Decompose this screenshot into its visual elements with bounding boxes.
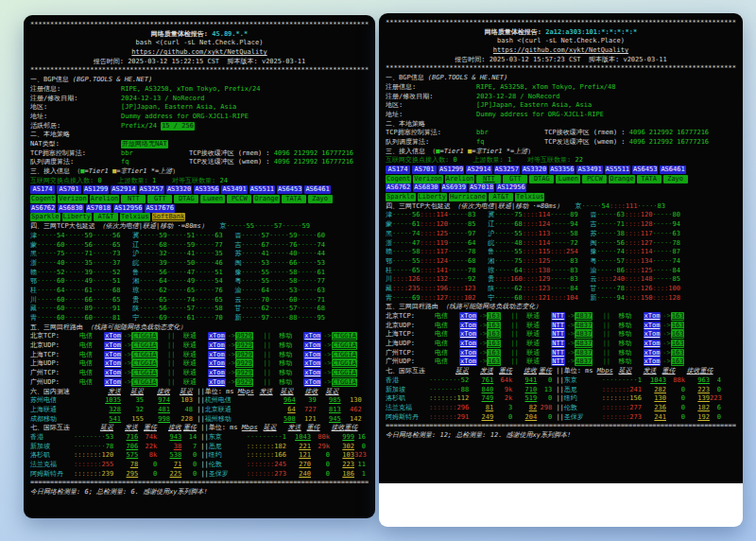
terminal-text: ·····: [65, 250, 85, 257]
terminal-text: 新: [578, 294, 597, 302]
terminal-text: ）: [527, 148, 534, 155]
right-terminal-window[interactable]: ****************************************…: [379, 13, 743, 527]
terminal-text: 22: [575, 156, 582, 164]
terminal-text: ->: [662, 322, 670, 329]
terminal-text: 电信: [435, 312, 459, 322]
terminal-text: ·····: [195, 259, 215, 267]
terminal-text: ::::: [421, 285, 437, 292]
city-name: 洛杉矶: [386, 394, 429, 404]
terminal-text: ·····: [139, 314, 159, 322]
city-name: 法兰克福: [30, 461, 74, 470]
terminal-text: ·····: [65, 269, 85, 276]
terminal-text: 138: [539, 267, 551, 274]
terminal-text: 移动: [619, 312, 644, 322]
terminal-text: ::::: [550, 294, 566, 302]
terminal-text: 142: [341, 415, 362, 425]
terminal-text: ·····: [269, 287, 289, 294]
terminal-text: （依次为电信|联通|移动 ·=80ms）: [455, 202, 563, 210]
terminal-text: 13: [537, 386, 552, 395]
terminal-text: 47: [412, 239, 420, 247]
terminal-text: 电信: [435, 322, 459, 331]
terminal-text: 65: [187, 287, 195, 294]
terminal-text: [JP]Japan, Eastern Asia, Asia: [121, 103, 236, 111]
terminal-text: ·····: [167, 277, 187, 285]
terminal-text: ::::: [523, 239, 539, 247]
terminal-text: :::::::: [247, 461, 275, 468]
terminal-text: 0: [311, 451, 330, 461]
terminal-text: 上游数量:: [102, 177, 152, 184]
report-link[interactable]: https://github.com/xykt/NetQuality: [493, 46, 628, 54]
terminal-text: 38: [157, 443, 181, 452]
separator: ****************************************…: [386, 64, 736, 74]
terminal-text: 55: [514, 230, 522, 237]
terminal-text: 71: [157, 461, 181, 470]
route-row: 上海UDP: 电信xTom->163 || 联通NTT->4837 || 移动x…: [386, 340, 736, 349]
terminal-text: 998: [144, 415, 170, 425]
terminal-text: ·····: [167, 305, 187, 312]
terminal-text: 移动: [619, 349, 644, 358]
route-hop-badge: CTGGIA: [332, 369, 357, 377]
terminal-text: ::::: [523, 230, 539, 237]
terminal-text: 64: [514, 267, 522, 274]
terminal-text: 298: [537, 404, 552, 413]
route-hop-badge: 163: [487, 312, 501, 321]
terminal-text: 58: [215, 305, 222, 312]
kv-line: 注册/修改日期: 2024-12-13 / NoRecord: [30, 95, 369, 104]
terminal-text: ·····: [392, 248, 412, 255]
terminal-text: 接收: [676, 367, 700, 376]
terminal-text: ::::: [523, 257, 539, 265]
terminal-text: ·····: [392, 239, 412, 247]
report-title: 网络质量体检报告: 45.89.*.*: [30, 30, 369, 40]
terminal-text: 941: [512, 376, 537, 386]
as-badge-row: AS174AS701AS1299AS2914AS3257AS3320AS3356…: [386, 166, 736, 175]
terminal-text: 黑: [386, 230, 392, 237]
terminal-text: ::::: [421, 220, 437, 228]
route-hop-badge: xTom: [104, 351, 122, 359]
terminal-text: ·····: [652, 211, 672, 218]
terminal-text: =Tier1: [439, 148, 468, 155]
terminal-text: 联通: [183, 351, 208, 360]
terminal-text: ·····: [241, 241, 261, 249]
route-hop-badge: xTom: [459, 312, 477, 321]
terminal-text: ::::: [421, 248, 437, 255]
latency-row: 青·····69::::127::::102 宁·····68::::121::…: [386, 294, 736, 304]
terminal-text: ->: [662, 358, 670, 365]
latency-row: 蒙·····61::::120·····85 辽·····68::::124··…: [386, 220, 736, 230]
terminal-text: ·········: [247, 433, 283, 441]
terminal-text: 62: [261, 305, 268, 312]
terminal-text: 54: [602, 202, 610, 210]
terminal-text: 50: [187, 259, 195, 267]
terminal-text: 冀: [121, 232, 140, 239]
terminal-text: ·····: [139, 296, 159, 304]
terminal-text: 53: [261, 259, 268, 267]
terminal-text: 68: [112, 287, 120, 294]
terminal-text: ->: [323, 341, 331, 349]
isp-badge: DTAG: [529, 175, 554, 183]
as-badge: AS5511: [605, 166, 630, 174]
route-hop-badge: CTGGIA: [332, 378, 357, 387]
left-terminal-window[interactable]: ****************************************…: [24, 15, 375, 518]
report-link[interactable]: https://github.com/xykt/NetQuality: [131, 48, 266, 56]
terminal-text: 29k: [311, 443, 330, 452]
route-hop-badge: xTom: [459, 340, 477, 348]
as-badge: AS701: [57, 185, 81, 194]
latency-row: 津·····56::::114·····83 冀·····75::::114··…: [386, 211, 736, 220]
terminal-text: ||: [197, 451, 209, 459]
terminal-text: 65: [215, 296, 222, 304]
terminal-text: 陕: [121, 305, 140, 312]
terminal-text: 64k: [493, 376, 512, 386]
terminal-text: 皖: [476, 239, 495, 247]
route-hop-badge: 163: [671, 349, 685, 358]
terminal-text: :::::::: [602, 394, 630, 402]
report-meta: 报告时间: 2025-03-12 15:22:15 CST 脚本版本: v202…: [30, 58, 369, 67]
route-hop-badge: CTGGIA: [332, 341, 357, 350]
terminal-text: ·····: [241, 232, 261, 239]
terminal-text: ·····: [269, 314, 289, 322]
terminal-text: 晋: [223, 232, 242, 239]
terminal-text: ·····: [167, 287, 187, 294]
terminal-text: ||: [197, 461, 209, 468]
terminal-text: 对等互联数量:: [156, 177, 219, 184]
route-hop-badge: CTGGIA: [332, 359, 357, 368]
terminal-text: 87: [673, 248, 680, 255]
intl-header: 七、国际互连延迟发送重传接收重传 ||单位: ms Mbps延迟发送重传接收重传: [386, 367, 736, 376]
